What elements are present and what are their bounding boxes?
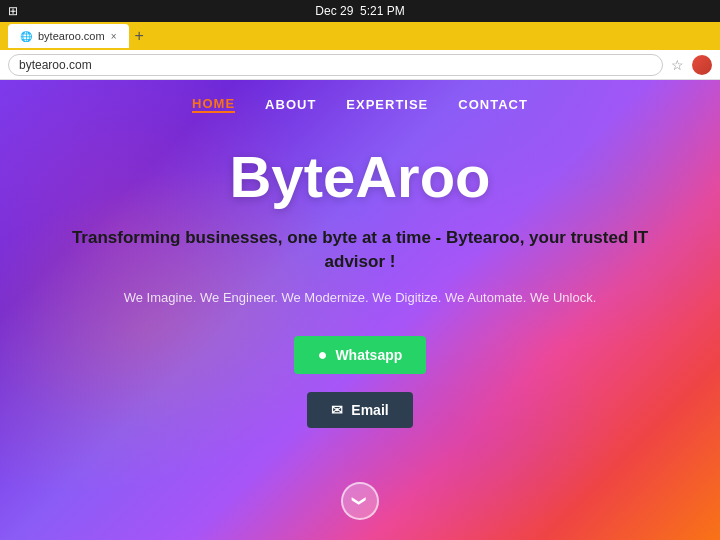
url-input[interactable] bbox=[8, 54, 663, 76]
tab-bar: 🌐 bytearoo.com × + bbox=[0, 22, 720, 50]
tab-favicon: 🌐 bbox=[20, 31, 32, 42]
cta-buttons: ● Whatsapp ✉ Email bbox=[60, 336, 660, 428]
add-tab-button[interactable]: + bbox=[135, 28, 144, 44]
website-container: HOME ABOUT EXPERTISE CONTACT ByteAroo Tr… bbox=[0, 80, 720, 540]
os-start-button[interactable]: ⊞ bbox=[8, 4, 18, 18]
whatsapp-button[interactable]: ● Whatsapp bbox=[294, 336, 427, 374]
chevron-down-icon: ❯ bbox=[352, 495, 368, 507]
os-bar: ⊞ Dec 29 5:21 PM bbox=[0, 0, 720, 22]
browser-tab[interactable]: 🌐 bytearoo.com × bbox=[8, 24, 129, 48]
tab-close-button[interactable]: × bbox=[111, 31, 117, 42]
profile-avatar[interactable] bbox=[692, 55, 712, 75]
nav-item-about[interactable]: ABOUT bbox=[265, 97, 316, 112]
address-bar: ☆ bbox=[0, 50, 720, 80]
nav-item-expertise[interactable]: EXPERTISE bbox=[346, 97, 428, 112]
hero-section: ByteAroo Transforming businesses, one by… bbox=[0, 123, 720, 428]
nav-item-home[interactable]: HOME bbox=[192, 96, 235, 113]
bookmark-icon[interactable]: ☆ bbox=[671, 57, 684, 73]
hero-title: ByteAroo bbox=[60, 143, 660, 210]
whatsapp-icon: ● bbox=[318, 346, 328, 364]
tab-title: bytearoo.com bbox=[38, 30, 105, 42]
nav-item-contact[interactable]: CONTACT bbox=[458, 97, 528, 112]
email-label: Email bbox=[351, 402, 388, 418]
hero-tagline: We Imagine. We Engineer. We Modernize. W… bbox=[60, 288, 660, 309]
whatsapp-label: Whatsapp bbox=[335, 347, 402, 363]
main-nav: HOME ABOUT EXPERTISE CONTACT bbox=[0, 80, 720, 123]
os-datetime: Dec 29 5:21 PM bbox=[315, 4, 404, 18]
email-button[interactable]: ✉ Email bbox=[307, 392, 412, 428]
hero-subtitle: Transforming businesses, one byte at a t… bbox=[60, 226, 660, 274]
email-icon: ✉ bbox=[331, 402, 343, 418]
scroll-down-button[interactable]: ❯ bbox=[341, 482, 379, 520]
